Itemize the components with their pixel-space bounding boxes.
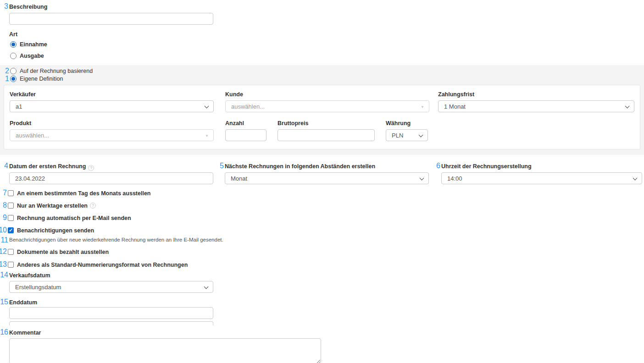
- produkt-select[interactable]: auswählen... ▼: [10, 129, 214, 141]
- chevron-down-icon: [419, 133, 423, 138]
- benachrichtigungen-checkbox[interactable]: [8, 227, 14, 233]
- verkaeufer-label: Verkäufer: [10, 91, 36, 98]
- annotation-11: 11: [0, 236, 8, 244]
- art-option-einnahme[interactable]: Einnahme: [10, 41, 644, 48]
- werktage-label: Nur an Werktage erstellen: [17, 203, 88, 209]
- bestimmter-tag-checkbox[interactable]: [8, 190, 14, 196]
- annotation-5: 5: [215, 162, 224, 170]
- waehrung-value: PLN: [392, 132, 403, 139]
- bruttopreis-input[interactable]: [278, 129, 375, 141]
- email-senden-label: Rechnung automatisch per E-Mail senden: [17, 215, 131, 221]
- beschreibung-input[interactable]: [9, 13, 213, 25]
- annotation-7: 7: [0, 189, 7, 197]
- enddatum-datepicker-edge: [9, 321, 213, 325]
- beschreibung-field: 3 Beschreibung: [9, 3, 644, 25]
- einnahme-radio[interactable]: [10, 41, 17, 48]
- chevron-down-icon: [420, 176, 424, 181]
- enddatum-input[interactable]: [9, 307, 213, 319]
- enddatum-label: Enddatum: [9, 299, 37, 306]
- waehrung-select[interactable]: PLN: [386, 129, 428, 141]
- bruttopreis-label: Bruttopreis: [278, 120, 308, 126]
- chevron-down-icon: [633, 176, 638, 181]
- annotation-6: 6: [432, 162, 440, 170]
- uhrzeit-select[interactable]: 14:00: [441, 172, 642, 184]
- intervall-select[interactable]: Monat: [225, 172, 429, 184]
- benachrichtigungen-notice: 11 Benachrichtigungen über neue wiederke…: [9, 237, 644, 243]
- email-senden-checkbox[interactable]: [8, 215, 14, 221]
- chevron-down-icon: [204, 285, 209, 289]
- uhrzeit-label: Uhrzeit der Rechnungserstellung: [441, 163, 532, 170]
- help-icon[interactable]: ?: [90, 203, 96, 209]
- verkaufsdatum-value: Erstellungsdatum: [15, 284, 61, 291]
- annotation-1: 1: [0, 75, 9, 82]
- erste-rechnung-date-input[interactable]: [9, 172, 213, 184]
- verkaufsdatum-field: 14 Verkaufsdatum Erstellungsdatum: [9, 272, 644, 293]
- einnahme-label: Einnahme: [20, 41, 47, 48]
- art-label: Art: [9, 31, 17, 38]
- produkt-label: Produkt: [10, 120, 31, 126]
- annotation-8: 8: [0, 201, 7, 209]
- art-option-ausgabe[interactable]: Ausgabe: [10, 53, 644, 59]
- annotation-10: 10: [0, 226, 7, 234]
- verkaufsdatum-label: Verkaufsdatum: [9, 272, 50, 279]
- option-bezahlt[interactable]: 12 Dokumente als bezahlt ausstellen: [8, 248, 644, 255]
- zahlungsfrist-value: 1 Monat: [444, 103, 466, 110]
- bezahlt-checkbox[interactable]: [8, 249, 14, 255]
- kunde-label: Kunde: [225, 91, 243, 98]
- anzahl-label: Anzahl: [225, 120, 244, 126]
- option-werktage[interactable]: 8 Nur an Werktage erstellen?: [8, 202, 644, 209]
- erste-rechnung-label: Datum der ersten Rechnung: [9, 163, 86, 170]
- annotation-14: 14: [0, 271, 8, 279]
- zahlungsfrist-select[interactable]: 1 Monat: [438, 100, 634, 112]
- chevron-down-icon: [205, 104, 209, 109]
- kommentar-field: 16 Kommentar: [9, 329, 644, 363]
- mode-option-rechnung[interactable]: 2 Auf der Rechnung basierend: [10, 68, 640, 74]
- produkt-placeholder: auswählen...: [16, 132, 49, 139]
- option-email-senden[interactable]: 9 Rechnung automatisch per E-Mail senden: [8, 214, 644, 221]
- bestimmter-tag-label: An einem bestimmten Tag des Monats ausst…: [17, 190, 151, 197]
- help-icon[interactable]: ?: [88, 165, 94, 171]
- dropdown-arrow-icon: ▼: [421, 105, 424, 109]
- annotation-3: 3: [0, 2, 8, 10]
- dropdown-arrow-icon: ▼: [205, 134, 209, 138]
- anzahl-input[interactable]: [225, 129, 266, 141]
- option-benachrichtigungen[interactable]: 10 Benachrichtigungen senden: [8, 227, 644, 234]
- ausgabe-label: Ausgabe: [20, 53, 44, 59]
- eigene-definition-label: Eigene Definition: [20, 76, 63, 82]
- kunde-placeholder: auswählen...: [231, 103, 265, 110]
- uhrzeit-value: 14:00: [447, 175, 462, 182]
- kunde-select[interactable]: auswählen... ▼: [225, 100, 429, 112]
- werktage-checkbox[interactable]: [8, 203, 14, 209]
- option-bestimmter-tag[interactable]: 7 An einem bestimmten Tag des Monats aus…: [8, 190, 644, 197]
- mode-option-eigene[interactable]: 1 Eigene Definition: [10, 76, 640, 82]
- annotation-9: 9: [0, 214, 7, 221]
- verkaeufer-select[interactable]: a1: [10, 100, 214, 112]
- definition-inner-panel: Verkäufer a1 Kunde auswählen... ▼ Zahlun…: [4, 85, 640, 149]
- waehrung-label: Währung: [386, 120, 411, 126]
- notice-text: Benachrichtigungen über neue wiederkehre…: [9, 237, 223, 242]
- verkaeufer-value: a1: [16, 103, 22, 110]
- chevron-down-icon: [625, 104, 630, 109]
- recurring-invoice-form: 3 Beschreibung Art Einnahme Ausgabe 2 Au…: [0, 0, 644, 363]
- kommentar-label: Kommentar: [9, 330, 41, 336]
- schedule-row: 4 Datum der ersten Rechnung? 5 Nächste R…: [9, 163, 644, 184]
- nummerierung-label: Anderes als Standard-Nummerierungsformat…: [17, 262, 188, 268]
- rechnung-basierend-label: Auf der Rechnung basierend: [20, 68, 93, 74]
- beschreibung-label: Beschreibung: [9, 4, 47, 10]
- eigene-definition-radio[interactable]: [10, 76, 17, 82]
- kommentar-textarea[interactable]: [9, 338, 321, 363]
- benachrichtigungen-label: Benachrichtigungen senden: [17, 227, 94, 234]
- rechnung-basierend-radio[interactable]: [10, 68, 17, 74]
- ausgabe-radio[interactable]: [10, 53, 17, 59]
- zahlungsfrist-label: Zahlungsfrist: [438, 91, 474, 98]
- enddatum-field: 15 Enddatum: [9, 299, 644, 325]
- annotation-12: 12: [0, 248, 7, 255]
- bezahlt-label: Dokumente als bezahlt ausstellen: [17, 249, 109, 255]
- annotation-13: 13: [0, 260, 7, 268]
- option-nummerierung[interactable]: 13 Anderes als Standard-Nummerierungsfor…: [8, 261, 644, 268]
- nummerierung-checkbox[interactable]: [8, 262, 14, 268]
- annotation-2: 2: [0, 67, 9, 75]
- verkaufsdatum-select[interactable]: Erstellungsdatum: [9, 281, 213, 293]
- annotation-15: 15: [0, 298, 8, 306]
- intervall-label: Nächste Rechnungen in folgenden Abstände…: [225, 163, 375, 170]
